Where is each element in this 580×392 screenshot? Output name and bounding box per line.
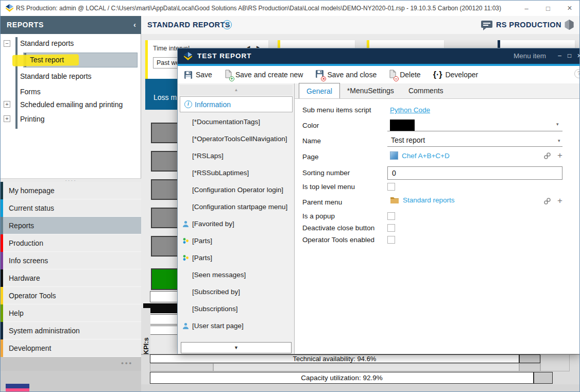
dialog-minimize-button[interactable]: – bbox=[555, 48, 565, 64]
list-item[interactable]: [Favorited by] bbox=[178, 215, 294, 232]
window-minimize-button[interactable]: – bbox=[516, 1, 537, 16]
name-value[interactable]: Test report bbox=[391, 136, 425, 144]
expander-expand-icon[interactable]: + bbox=[4, 115, 10, 122]
tab-comments[interactable]: Comments bbox=[401, 83, 451, 98]
kpi-remainder bbox=[519, 354, 540, 363]
add-icon[interactable]: + bbox=[557, 197, 562, 205]
tree-item-test-report[interactable]: Test report bbox=[30, 56, 64, 64]
tree-item-forms[interactable]: Forms bbox=[20, 88, 41, 96]
save-button[interactable]: Save bbox=[184, 71, 212, 79]
list-item[interactable]: [Parts] bbox=[178, 249, 294, 266]
nav-item-help[interactable]: Help bbox=[1, 304, 141, 322]
list-item[interactable]: [*RSSubLaptimes] bbox=[178, 164, 294, 181]
floppy-icon bbox=[184, 71, 193, 79]
overflow-menu-button[interactable]: ••• bbox=[121, 359, 133, 367]
link-icon[interactable] bbox=[543, 152, 551, 160]
dialog-maximize-button[interactable]: □ bbox=[565, 48, 574, 64]
nav-item-development[interactable]: Development bbox=[1, 339, 141, 357]
loss-block bbox=[151, 151, 179, 172]
delete-button[interactable]: − Delete bbox=[389, 70, 420, 80]
tab-general[interactable]: General bbox=[299, 83, 340, 98]
deactivate-close-button-checkbox[interactable] bbox=[387, 224, 395, 232]
chevron-down-icon[interactable]: ▾ bbox=[558, 138, 560, 143]
list-item-information[interactable]: i Information bbox=[180, 96, 293, 112]
list-item[interactable]: [Configuration Operator login] bbox=[178, 181, 294, 198]
nav-item-hardware[interactable]: Hardware bbox=[1, 269, 141, 287]
content-header: STANDARD REPORTS ? RS PRODUCTION bbox=[141, 16, 580, 34]
nav-item-system-administration[interactable]: System administration bbox=[1, 322, 141, 339]
info-icon: i bbox=[184, 100, 192, 108]
tree-item-printing[interactable]: Printing bbox=[20, 115, 44, 123]
feedback-chat-icon[interactable] bbox=[481, 21, 492, 30]
save-and-close-button[interactable]: × Save and close bbox=[315, 70, 377, 80]
dialog-help-icon[interactable]: ? bbox=[574, 69, 580, 78]
brand-logo-text: RS PRODUCTION bbox=[496, 16, 561, 34]
window-close-button[interactable]: × bbox=[559, 1, 580, 16]
list-item[interactable]: [Seen messages] bbox=[178, 266, 294, 283]
save-and-create-new-button[interactable]: + Save and create new bbox=[225, 70, 303, 80]
dialog-toolbar: Save + Save and create new × bbox=[178, 66, 580, 83]
add-icon[interactable]: + bbox=[557, 151, 562, 160]
dialog-form-panel: General *MenuSettings Comments Sub menu … bbox=[295, 83, 580, 354]
list-item[interactable]: [*DocumentationTags] bbox=[178, 113, 294, 130]
parts-icon bbox=[182, 237, 189, 244]
nav-item-current-status[interactable]: Current status bbox=[1, 199, 141, 217]
list-item[interactable]: [Configuration startpage menu] bbox=[178, 198, 294, 215]
chevron-down-icon[interactable]: ▾ bbox=[556, 122, 559, 127]
nav-item-production[interactable]: Production bbox=[1, 234, 141, 252]
list-item[interactable]: [*RSLaps] bbox=[178, 147, 294, 164]
link-icon[interactable] bbox=[543, 197, 551, 205]
tree-guide-line bbox=[15, 37, 18, 129]
kpi-cell bbox=[213, 363, 519, 371]
tree-item-standard-table-reports[interactable]: Standard table reports bbox=[20, 72, 92, 80]
report-tree: − Standard reports Test report Standard … bbox=[1, 34, 141, 179]
tree-item-standard-reports[interactable]: Standard reports bbox=[20, 39, 74, 47]
chart-row bbox=[150, 291, 179, 302]
list-item[interactable]: [*OperatorToolsCellNavigation] bbox=[178, 130, 294, 147]
chart-row bbox=[150, 314, 179, 325]
python-code-link[interactable]: Python Code bbox=[390, 106, 430, 114]
list-item[interactable]: [Parts] bbox=[178, 232, 294, 249]
is-top-level-menu-checkbox[interactable] bbox=[387, 183, 395, 191]
list-item[interactable]: [User start page] bbox=[178, 317, 294, 334]
nav-item-info-screens[interactable]: Info screens bbox=[1, 252, 141, 269]
dialog-titlebar: TEST REPORT Menu item – □ × bbox=[178, 48, 580, 64]
help-icon[interactable]: ? bbox=[223, 20, 232, 29]
app-window: RS Production: admin @ LOCAL / C:\Users\… bbox=[0, 0, 580, 392]
field-label: Color bbox=[302, 122, 319, 129]
page-reference[interactable]: Chef A+B+C+D bbox=[390, 151, 450, 160]
nav-item-reports[interactable]: Reports bbox=[1, 217, 141, 234]
loss-matrix-label: Loss m bbox=[153, 93, 177, 101]
is-a-popup-checkbox[interactable] bbox=[387, 212, 395, 220]
operator-tools-enabled-checkbox[interactable] bbox=[387, 236, 395, 244]
loss-block bbox=[151, 208, 179, 228]
list-item[interactable]: [Subscriptions] bbox=[178, 300, 294, 317]
person-icon bbox=[182, 322, 189, 330]
parent-menu-reference[interactable]: Standard reports bbox=[390, 196, 455, 204]
list-item[interactable]: [Subscribed by] bbox=[178, 283, 294, 300]
sorting-number-input[interactable] bbox=[387, 166, 562, 180]
window-maximize-button[interactable]: □ bbox=[537, 1, 559, 16]
nav-item-operator-tools[interactable]: Operator Tools bbox=[1, 287, 141, 304]
scroll-up-button[interactable]: ▲ bbox=[180, 85, 293, 95]
parts-icon bbox=[182, 254, 189, 261]
loss-block-green bbox=[151, 268, 179, 290]
color-swatch[interactable] bbox=[390, 120, 415, 131]
braces-icon: {·} bbox=[433, 70, 442, 79]
dialog-close-button[interactable]: × bbox=[574, 48, 580, 64]
expander-collapse-icon[interactable]: − bbox=[4, 40, 10, 47]
kpi-technical-availability-bar: Technical availability: 94.6% bbox=[150, 354, 519, 363]
field-label: Deactivate close button bbox=[302, 224, 374, 232]
developer-button[interactable]: {·} Developer bbox=[433, 70, 479, 79]
expander-expand-icon[interactable]: + bbox=[4, 101, 10, 108]
dialog-nav-list: ▲ i Information [*DocumentationTags] [*O… bbox=[178, 83, 295, 354]
nav-item-my-homepage[interactable]: My homepage bbox=[1, 182, 141, 199]
floppy-close-icon: × bbox=[315, 70, 324, 80]
list-bottom-dropdown[interactable]: ▼ bbox=[181, 342, 292, 353]
field-underline bbox=[387, 131, 562, 131]
loss-block bbox=[151, 123, 179, 143]
tab-menusettings[interactable]: *MenuSettings bbox=[340, 83, 401, 98]
brand-hexagon-icon bbox=[565, 20, 574, 30]
sidebar-collapse-icon[interactable]: ‹ bbox=[133, 16, 136, 34]
tree-item-scheduled-emailing[interactable]: Scheduled emailing and printing bbox=[20, 100, 123, 109]
